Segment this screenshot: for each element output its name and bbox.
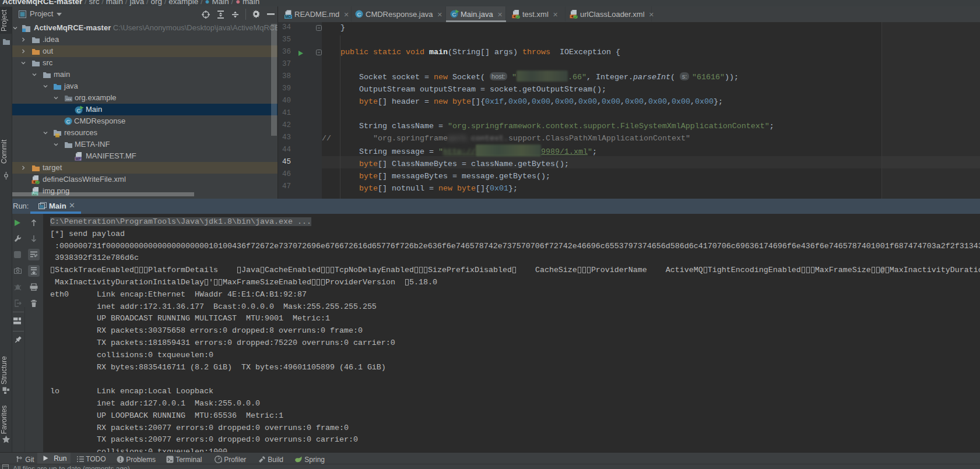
svg-text:C: C (66, 118, 71, 125)
svg-text:MF: MF (75, 157, 80, 161)
svg-text:MD: MD (285, 15, 291, 19)
svg-text:C: C (357, 11, 361, 17)
